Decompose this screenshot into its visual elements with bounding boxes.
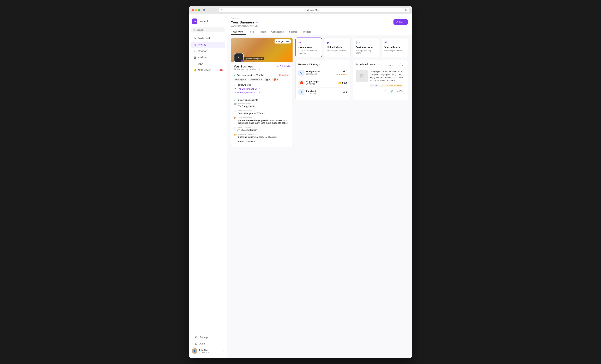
address-section-header: ✓ Address & location <box>234 140 290 143</box>
sidebar-item-reviews[interactable]: ☆ Reviews <box>190 48 225 54</box>
image-placeholder-icon: 🖼 <box>360 73 364 78</box>
create-post-desc: Keep your audience engaged <box>299 49 319 54</box>
sidebar-item-label-notifications: Notifications <box>198 69 211 71</box>
user-area[interactable]: 👤 John Scott Burgermans Co ‹ <box>190 347 225 355</box>
google-score-area: 4.8 ★★★★★ <box>336 69 347 76</box>
tab-widgets[interactable]: Widgets <box>300 29 313 35</box>
sidebar-item-analytics[interactable]: ▦ Analytics <box>190 54 225 60</box>
edit-details-button[interactable]: ✏ Edit details <box>277 65 290 68</box>
action-card-upload-media[interactable]: ▶ Upload Media Add images, video,etc <box>324 38 351 57</box>
profile-avatar: M̈ 📷 <box>234 53 243 62</box>
share-button[interactable]: ⇗ Share <box>393 19 408 25</box>
action-card-create-post[interactable]: ✏ Create Post Keep your audience engaged <box>295 38 322 57</box>
inactive-badge: 21 Inactive <box>278 74 290 76</box>
check-icon: ✓ <box>234 74 236 76</box>
sidebar-item-settings[interactable]: ⚙ Settings <box>192 334 224 340</box>
post-meta: G G 🕐 23.06.2023, 14:00 hrs <box>370 84 405 87</box>
apple-review-count: 10 ratings <box>306 83 336 85</box>
preview-link-2-text: The Burgermans Co <box>237 91 257 94</box>
field-long-description: 📋 Long description We are the best burge… <box>234 117 290 124</box>
connection-google[interactable]: G Google <box>234 78 247 81</box>
short-desc-label: Short description <box>238 110 290 112</box>
primary-category-value: EV Charging Station <box>237 129 290 131</box>
upload-media-desc: Add images, video,etc <box>327 49 348 52</box>
preview-link-2[interactable]: 🗺 The Burgermans Co ↗ <box>234 91 290 94</box>
maximize-button[interactable] <box>198 9 200 11</box>
action-card-special-hours[interactable]: ☀ Special hours Update special hours <box>381 38 408 57</box>
delete-post-button[interactable]: 🗑 <box>383 89 388 94</box>
sidebar: m̈ mobal.io 🔍 ⊙ Dashboard ◎ Profiles ☆ <box>189 14 227 358</box>
special-hours-title: Special hours <box>384 46 405 49</box>
business-info-header: ✓ Primary business info <box>234 99 290 101</box>
address-bar[interactable]: 🛡 Google Maps ↻ <box>218 8 409 12</box>
upload-profile-picture-button[interactable]: Upload Profile picture <box>243 57 264 60</box>
profile-avatar-inner: M̈ <box>238 57 240 59</box>
thumbs-up-icon: 👍 <box>338 81 341 84</box>
reload-button[interactable]: ↻ <box>405 9 407 11</box>
profile-card: Change cover M̈ 📷 Upload Profile picture <box>231 38 293 147</box>
preview-label: ✓ Preview profile <box>234 84 251 86</box>
page-title-text: Your Business <box>231 20 255 24</box>
settings-icon: ⚙ <box>195 336 198 339</box>
facebook-status-dot <box>261 79 262 80</box>
breadcrumb-profiles[interactable]: Profiles <box>231 17 238 19</box>
minimize-button[interactable] <box>195 9 197 11</box>
logo-mark: m̈ <box>193 20 196 23</box>
additional-categories-label: Additional categories <box>238 133 290 135</box>
apple-status-dot <box>277 79 278 80</box>
prev-page-button[interactable]: ‹ <box>395 63 400 68</box>
back-button[interactable]: ‹ <box>209 9 211 12</box>
sidebar-item-notifications[interactable]: 🔔 Notifications 2 <box>190 67 225 73</box>
sidebar-item-admin[interactable]: ◻ Admin <box>192 341 224 347</box>
google-score: 4.8 <box>336 69 347 73</box>
profile-name: Your Business <box>234 65 260 68</box>
category-icon: ◈ <box>234 127 236 129</box>
tab-connections[interactable]: Connections <box>269 29 286 35</box>
connection-facebook[interactable]: f Facebook <box>248 78 263 81</box>
tab-posts[interactable]: Posts <box>246 29 257 35</box>
change-cover-button[interactable]: Change cover <box>275 39 291 43</box>
tab-media[interactable]: Media <box>257 29 268 35</box>
field-primary-category: ◈ Primary category EV Charging Station <box>234 126 290 131</box>
forward-button[interactable]: › <box>213 9 216 12</box>
edit-post-button[interactable]: ✏ Edit <box>395 89 405 94</box>
apple-score-value: 80% <box>342 81 347 84</box>
tab-overview[interactable]: Overview <box>231 29 246 35</box>
collapse-sidebar-icon[interactable]: ‹ <box>223 350 224 352</box>
sidebar-item-label-analytics: Analytics <box>198 56 208 59</box>
reviews-scheduled-row: Reviews & Ratings G Google Maps 332 revi… <box>295 60 408 100</box>
logo-text: mobal.io <box>199 20 210 23</box>
sidebar-item-dashboard[interactable]: ⊙ Dashboard <box>190 35 225 41</box>
preview-link-1[interactable]: 📍 The Burgermans Co ↗ <box>234 88 290 90</box>
sidebar-item-profiles[interactable]: ◎ Profiles <box>190 42 225 48</box>
traffic-lights <box>192 9 200 11</box>
action-card-business-hours[interactable]: 🕐 Business hours Manage opening hours <box>353 38 379 57</box>
connections-header: ✓ Active connections (3 of 24) 21 Inacti… <box>234 74 290 76</box>
share-button-label: Share <box>399 21 405 23</box>
instagram-icon: 📷 <box>265 78 268 81</box>
connection-instagram[interactable]: 📷 <box>264 78 271 81</box>
profile-avatar-area: M̈ 📷 <box>234 53 243 62</box>
link-post-button[interactable]: 🔗 <box>389 89 394 94</box>
connection-apple[interactable]: 🍎 <box>272 78 279 81</box>
google-stars: ★★★★★ <box>336 73 347 76</box>
search-input[interactable] <box>197 29 223 31</box>
sidebar-toggle-button[interactable]: ⊞ <box>202 8 207 12</box>
business-hours-icon: 🕐 <box>356 40 376 45</box>
post-thumbnail: 🖼 <box>356 70 368 82</box>
upload-avatar-button[interactable]: 📷 <box>241 60 244 62</box>
google-maps-platform-icon: G <box>298 70 305 76</box>
verified-badge-icon: ✓ <box>256 20 259 24</box>
profile-address: 99, Oldham road, Oxford, UK <box>234 68 260 70</box>
create-post-title: Create Post <box>299 46 319 49</box>
close-button[interactable] <box>192 9 194 11</box>
scheduled-time: 🕐 23.06.2023, 14:00 hrs <box>379 84 403 87</box>
next-page-button[interactable]: › <box>400 63 405 68</box>
preview-profile-section: ✓ Preview profile 📍 The Burgermans Co ↗ <box>234 84 290 94</box>
edit-post-icon: ✏ <box>397 90 399 92</box>
tab-settings[interactable]: Settings <box>287 29 300 35</box>
user-info: John Scott Burgermans Co <box>199 349 222 353</box>
search-box[interactable]: 🔍 <box>191 27 225 32</box>
analytics-icon: ▦ <box>193 56 196 59</box>
sidebar-item-qna[interactable]: ◫ Q&A <box>190 61 225 67</box>
